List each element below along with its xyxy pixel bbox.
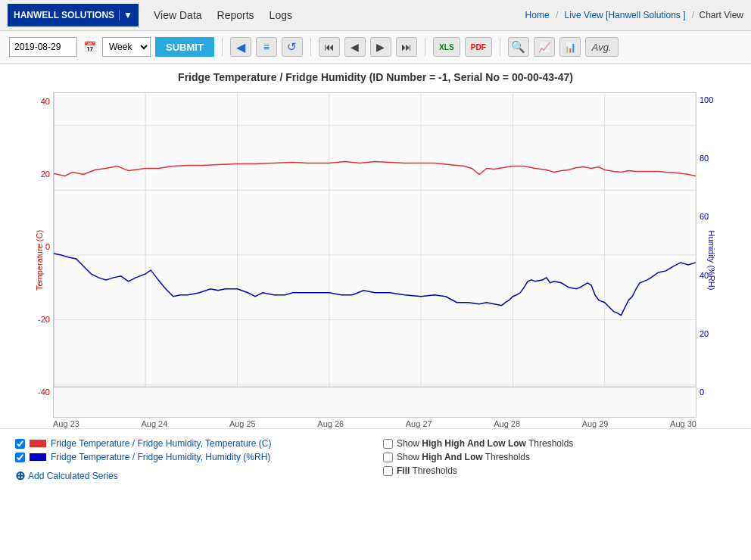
threshold-item-2: Show High And Low Thresholds <box>383 452 736 462</box>
breadcrumb-chart-view: Chart View <box>700 10 743 20</box>
avg-label: Avg. <box>592 42 612 53</box>
y-axis-right-label: Humidity (%RH) <box>708 231 717 291</box>
brand-button[interactable]: HANWELL SOLUTIONS ▼ <box>8 4 139 26</box>
divider-1 <box>222 38 223 56</box>
excel-button[interactable]: XLS <box>433 37 460 57</box>
calendar-icon: 📅 <box>83 41 96 53</box>
legend-swatch-humidity <box>30 453 46 461</box>
forward-icon: ▶ <box>376 41 385 53</box>
back-icon: ◀ <box>351 41 359 53</box>
calendar-button[interactable]: 📅 <box>82 39 98 54</box>
add-series-label: Add Calculated Series <box>28 471 118 481</box>
threshold-label-3: Fill Thresholds <box>397 465 457 476</box>
nav-view-data[interactable]: View Data <box>154 9 202 21</box>
navbar: HANWELL SOLUTIONS ▼ View Data Reports Lo… <box>0 0 751 31</box>
legend-cb-humidity[interactable] <box>15 453 25 462</box>
skip-forward-icon: ⏭ <box>401 41 412 53</box>
zoom-button[interactable]: 🔍 <box>508 37 529 57</box>
add-series-button[interactable]: ⊕ Add Calculated Series <box>15 468 368 483</box>
chart-title: Fridge Temperature / Fridge Humidity (ID… <box>0 64 751 86</box>
legend-label-humidity[interactable]: Fridge Temperature / Fridge Humidity, Hu… <box>51 452 270 462</box>
legend-area: Fridge Temperature / Fridge Humidity, Te… <box>0 428 751 487</box>
bar-chart-button[interactable]: 📊 <box>559 37 581 57</box>
bar-chart-icon: 📊 <box>564 42 576 53</box>
skip-forward-button[interactable]: ⏭ <box>396 37 417 57</box>
date-input[interactable] <box>9 37 77 57</box>
toolbar: 📅 Week Day Month Year SUBMIT ◀ ≡ ↺ ⏮ ◀ ▶… <box>0 31 751 64</box>
y-axis-left-label: Temperature (C) <box>35 230 44 291</box>
legend-label-temperature[interactable]: Fridge Temperature / Fridge Humidity, Te… <box>51 438 271 449</box>
breadcrumb-home[interactable]: Home <box>525 10 550 20</box>
refresh-icon: ↺ <box>287 40 297 54</box>
divider-4 <box>500 38 500 56</box>
breadcrumb-live-view[interactable]: Live View [Hanwell Solutions ] <box>565 10 686 20</box>
threshold-label-2: Show High And Low Thresholds <box>397 452 530 462</box>
pdf-button[interactable]: PDF <box>465 37 492 57</box>
nav-links: View Data Reports Logs <box>154 9 292 21</box>
layers-button[interactable]: ≡ <box>256 37 277 57</box>
threshold-cb-2[interactable] <box>383 453 393 462</box>
layers-icon: ≡ <box>263 41 270 53</box>
nav-logs[interactable]: Logs <box>270 9 292 21</box>
legend-item-temperature: Fridge Temperature / Fridge Humidity, Te… <box>15 438 368 449</box>
refresh-button[interactable]: ↺ <box>282 37 303 57</box>
x-axis-labels: Aug 23 Aug 24 Aug 25 Aug 26 Aug 27 Aug 2… <box>53 419 696 428</box>
threshold-item-1: Show High High And Low Low Thresholds <box>383 438 736 449</box>
threshold-item-3: Fill Thresholds <box>383 465 736 476</box>
back-button[interactable]: ◀ <box>344 37 366 57</box>
legend-swatch-temperature <box>30 440 46 447</box>
legend-item-humidity: Fridge Temperature / Fridge Humidity, Hu… <box>15 452 368 462</box>
threshold-label-1: Show High High And Low Low Thresholds <box>397 438 573 449</box>
skip-back-icon: ⏮ <box>324 41 335 53</box>
legend-left: Fridge Temperature / Fridge Humidity, Te… <box>15 438 368 483</box>
breadcrumb: Home / Live View [Hanwell Solutions ] / … <box>524 10 743 20</box>
brand-name: HANWELL SOLUTIONS <box>14 10 114 20</box>
submit-button[interactable]: SUBMIT <box>155 37 214 57</box>
line-chart-button[interactable]: 📈 <box>534 37 555 57</box>
chart-inner: Aug 23 Aug 24 Aug 25 Aug 26 Aug 27 Aug 2… <box>53 92 696 428</box>
forward-button[interactable]: ▶ <box>370 37 391 57</box>
avg-button[interactable]: Avg. <box>585 37 619 57</box>
plus-icon: ⊕ <box>15 468 25 483</box>
arrow-left-button[interactable]: ◀ <box>230 37 251 57</box>
line-chart-icon: 📈 <box>538 42 550 53</box>
threshold-cb-1[interactable] <box>383 439 393 449</box>
divider-3 <box>425 38 425 56</box>
period-select[interactable]: Week Day Month Year <box>102 37 151 57</box>
arrow-left-icon: ◀ <box>236 40 245 54</box>
legend-right: Show High High And Low Low Thresholds Sh… <box>368 438 736 483</box>
threshold-cb-3[interactable] <box>383 466 393 476</box>
chart-svg <box>53 92 696 418</box>
skip-back-button[interactable]: ⏮ <box>319 37 340 57</box>
zoom-icon: 🔍 <box>511 40 525 54</box>
legend-cb-temperature[interactable] <box>15 439 25 449</box>
nav-reports[interactable]: Reports <box>217 9 254 21</box>
divider-2 <box>310 38 311 56</box>
brand-dropdown-arrow: ▼ <box>119 10 132 20</box>
